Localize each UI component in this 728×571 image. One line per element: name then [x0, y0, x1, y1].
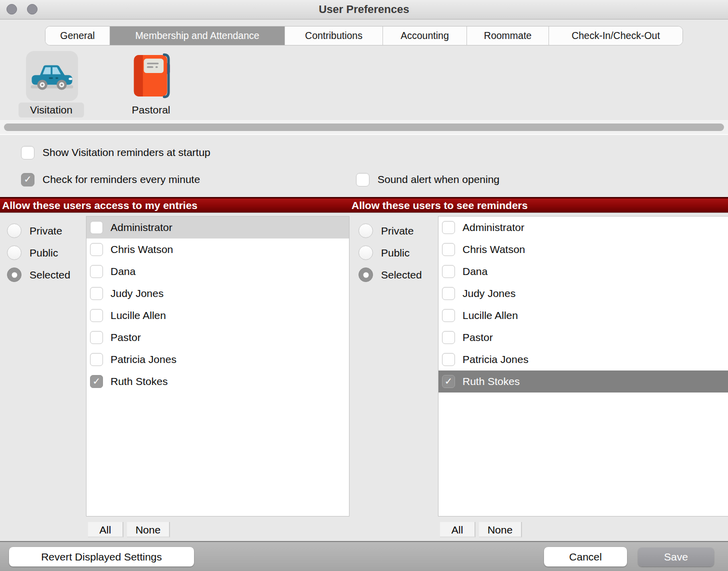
user-checkbox-lucille-allen[interactable]: ✓: [90, 309, 103, 322]
access-privacy-radio-group: PrivatePublicSelected: [7, 224, 70, 282]
user-row-lucille-allen[interactable]: ✓Lucille Allen: [86, 304, 349, 326]
user-row-judy-jones[interactable]: ✓Judy Jones: [86, 282, 349, 304]
radio-label: Selected: [381, 269, 422, 281]
option-sound-alert: ✓ Sound alert when opening: [356, 172, 500, 186]
user-name-label: Administrator: [110, 222, 172, 234]
reminders-radio-selected[interactable]: [358, 268, 373, 282]
user-checkbox-judy-jones[interactable]: ✓: [442, 287, 455, 300]
section-header-band: Allow these users access to my entries A…: [0, 197, 728, 212]
user-row-patricia-jones[interactable]: ✓Patricia Jones: [86, 348, 349, 370]
sound-alert-checkbox[interactable]: ✓: [356, 173, 370, 186]
tab-bar: GeneralMembership and AttendanceContribu…: [45, 26, 683, 46]
user-name-label: Pastor: [110, 332, 141, 344]
tab-check-in-check-out[interactable]: Check-In/Check-Out: [549, 26, 682, 45]
user-checkbox-dana[interactable]: ✓: [90, 265, 103, 278]
window-minimize-button[interactable]: [27, 4, 38, 14]
user-row-dana[interactable]: ✓Dana: [86, 260, 349, 282]
user-name-label: Ruth Stokes: [462, 376, 520, 388]
user-checkbox-administrator[interactable]: ✓: [90, 221, 103, 234]
check-icon: ✓: [444, 376, 452, 387]
user-name-label: Patricia Jones: [462, 354, 528, 366]
user-name-label: Chris Watson: [462, 244, 525, 256]
horizontal-scrollbar-thumb[interactable]: [4, 124, 724, 131]
user-checkbox-patricia-jones[interactable]: ✓: [442, 353, 455, 366]
user-row-chris-watson[interactable]: ✓Chris Watson: [86, 238, 349, 260]
access-none-button[interactable]: None: [127, 522, 170, 538]
toolbar-scrollbar-track: [0, 120, 728, 135]
reminders-radio-row-public: Public: [358, 246, 422, 260]
user-row-ruth-stokes[interactable]: ✓Ruth Stokes: [86, 370, 349, 392]
radio-label: Private: [381, 225, 414, 237]
tab-membership-and-attendance[interactable]: Membership and Attendance: [110, 26, 285, 45]
access-radio-public[interactable]: [7, 246, 22, 260]
revert-displayed-settings-button[interactable]: Revert Displayed Settings: [9, 547, 194, 566]
titlebar: User Preferences: [0, 0, 728, 20]
user-row-ruth-stokes[interactable]: ✓Ruth Stokes: [438, 370, 728, 392]
reminders-privacy-radio-group: PrivatePublicSelected: [358, 224, 422, 282]
window-close-button[interactable]: [6, 4, 17, 14]
reminders-none-button[interactable]: None: [479, 522, 522, 538]
access-radio-private[interactable]: [7, 224, 22, 238]
check-icon: ✓: [92, 376, 100, 387]
user-row-lucille-allen[interactable]: ✓Lucille Allen: [438, 304, 728, 326]
radio-label: Selected: [30, 269, 70, 281]
user-name-label: Chris Watson: [110, 244, 173, 256]
radio-label: Public: [381, 247, 410, 259]
sound-alert-label: Sound alert when opening: [378, 174, 500, 186]
check-icon: ✓: [24, 174, 32, 185]
user-checkbox-judy-jones[interactable]: ✓: [90, 287, 103, 300]
user-checkbox-administrator[interactable]: ✓: [442, 221, 455, 234]
user-row-pastor[interactable]: ✓Pastor: [438, 326, 728, 348]
user-name-label: Judy Jones: [462, 288, 516, 300]
user-checkbox-pastor[interactable]: ✓: [442, 331, 455, 344]
toolbar-item-pastoral[interactable]: [126, 50, 176, 102]
user-checkbox-lucille-allen[interactable]: ✓: [442, 309, 455, 322]
check-every-minute-checkbox[interactable]: ✓: [21, 173, 34, 186]
user-checkbox-patricia-jones[interactable]: ✓: [90, 353, 103, 366]
user-row-administrator[interactable]: ✓Administrator: [86, 216, 349, 238]
footer-bar: Revert Displayed Settings Cancel Save: [0, 541, 728, 571]
user-checkbox-chris-watson[interactable]: ✓: [442, 243, 455, 256]
toolbar-item-visitation[interactable]: [26, 51, 78, 101]
user-checkbox-dana[interactable]: ✓: [442, 265, 455, 278]
user-row-administrator[interactable]: ✓Administrator: [438, 216, 728, 238]
user-row-patricia-jones[interactable]: ✓Patricia Jones: [438, 348, 728, 370]
show-reminders-checkbox[interactable]: ✓: [21, 146, 34, 160]
user-name-label: Patricia Jones: [110, 354, 176, 366]
check-every-minute-label: Check for reminders every minute: [42, 174, 200, 186]
save-button[interactable]: Save: [638, 548, 714, 566]
reminders-radio-private[interactable]: [358, 224, 373, 238]
toolbar-item-visitation-label: Visitation: [18, 102, 84, 118]
user-name-label: Pastor: [462, 332, 493, 344]
user-row-pastor[interactable]: ✓Pastor: [86, 326, 349, 348]
cancel-button[interactable]: Cancel: [544, 547, 627, 566]
user-row-judy-jones[interactable]: ✓Judy Jones: [438, 282, 728, 304]
access-radio-selected[interactable]: [7, 268, 22, 282]
user-row-chris-watson[interactable]: ✓Chris Watson: [438, 238, 728, 260]
user-checkbox-chris-watson[interactable]: ✓: [90, 243, 103, 256]
access-all-button[interactable]: All: [88, 522, 124, 538]
user-checkbox-ruth-stokes[interactable]: ✓: [442, 375, 455, 388]
access-radio-row-private: Private: [7, 224, 70, 238]
user-name-label: Lucille Allen: [462, 310, 518, 322]
reminders-radio-public[interactable]: [358, 246, 373, 260]
user-name-label: Dana: [110, 266, 136, 278]
reminders-radio-row-private: Private: [358, 224, 422, 238]
user-name-label: Lucille Allen: [110, 310, 166, 322]
radio-dot-icon: [363, 272, 368, 278]
user-name-label: Administrator: [462, 222, 524, 234]
notebook-icon: [128, 52, 174, 100]
access-radio-row-public: Public: [7, 246, 70, 260]
tab-accounting[interactable]: Accounting: [383, 26, 467, 45]
reminders-all-button[interactable]: All: [440, 522, 476, 538]
user-checkbox-ruth-stokes[interactable]: ✓: [90, 375, 103, 388]
reminders-user-list: ✓Administrator✓Chris Watson✓Dana✓Judy Jo…: [438, 216, 728, 516]
radio-dot-icon: [12, 272, 17, 278]
tab-contributions[interactable]: Contributions: [285, 26, 383, 45]
tab-roommate[interactable]: Roommate: [467, 26, 549, 45]
user-row-dana[interactable]: ✓Dana: [438, 260, 728, 282]
user-checkbox-pastor[interactable]: ✓: [90, 331, 103, 344]
tab-general[interactable]: General: [46, 26, 110, 45]
show-reminders-label: Show Visitation reminders at startup: [42, 146, 210, 158]
reminders-section-header: Allow these users to see reminders: [352, 200, 528, 212]
